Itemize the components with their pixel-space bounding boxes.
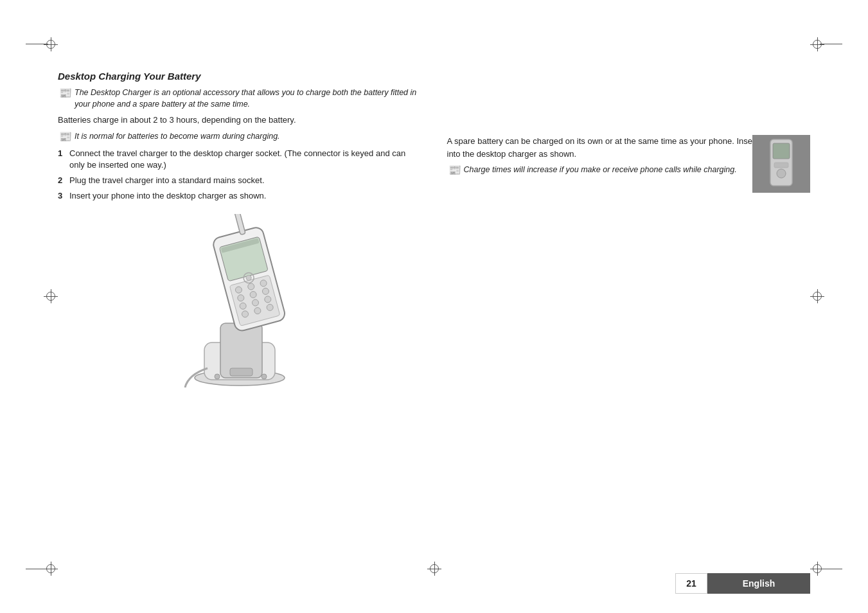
step-1-text: Connect the travel charger to the deskto… bbox=[69, 148, 421, 172]
note-1-icon: 📰 bbox=[59, 87, 72, 100]
step-2: 2 Plug the travel charger into a standar… bbox=[58, 175, 421, 187]
hrule-bot-left bbox=[26, 569, 48, 569]
reg-mark-mid-right bbox=[810, 289, 824, 303]
reg-mark-top-left bbox=[44, 37, 58, 51]
note-1: 📰 The Desktop Charger is an optional acc… bbox=[58, 87, 421, 110]
svg-rect-28 bbox=[774, 163, 788, 168]
hrule-top-right bbox=[820, 44, 842, 44]
step-3-num: 3 bbox=[58, 190, 69, 202]
step-3-text: Insert your phone into the desktop charg… bbox=[69, 190, 266, 202]
phone-image-area bbox=[58, 214, 421, 394]
note-2-text: It is normal for batteries to become war… bbox=[75, 130, 280, 142]
small-phone-svg bbox=[765, 138, 797, 190]
step-2-text: Plug the travel charger into a standard … bbox=[69, 175, 265, 187]
right-note-text: Charge times will increase if you make o… bbox=[464, 164, 737, 175]
reg-mark-top-right bbox=[810, 37, 824, 51]
hrule-top-left bbox=[26, 44, 48, 44]
page-number: 21 bbox=[675, 573, 707, 594]
small-phone-image bbox=[752, 135, 810, 193]
reg-mark-mid-left bbox=[44, 289, 58, 303]
svg-point-5 bbox=[261, 374, 267, 379]
step-3: 3 Insert your phone into the desktop cha… bbox=[58, 190, 421, 202]
step-1: 1 Connect the travel charger to the desk… bbox=[58, 148, 421, 172]
svg-point-4 bbox=[215, 374, 220, 379]
svg-rect-3 bbox=[230, 368, 252, 376]
hrule-bot-right bbox=[820, 569, 842, 569]
note-2: 📰 It is normal for batteries to become w… bbox=[58, 130, 421, 144]
note-2-icon: 📰 bbox=[59, 130, 72, 144]
section-title: Desktop Charging Your Battery bbox=[58, 71, 421, 82]
right-note-icon: 📰 bbox=[448, 164, 461, 177]
note-1-text: The Desktop Charger is an optional acces… bbox=[75, 87, 421, 110]
phone-cradle-illustration bbox=[169, 214, 310, 394]
right-column: A spare battery can be charged on its ow… bbox=[447, 71, 811, 394]
step-2-num: 2 bbox=[58, 175, 69, 187]
left-column: Desktop Charging Your Battery 📰 The Desk… bbox=[58, 71, 421, 394]
svg-rect-7 bbox=[234, 214, 245, 235]
svg-point-27 bbox=[777, 169, 786, 178]
page-content: Desktop Charging Your Battery 📰 The Desk… bbox=[58, 71, 810, 542]
footer-bar: 21 English bbox=[675, 573, 810, 594]
steps-list: 1 Connect the travel charger to the desk… bbox=[58, 148, 421, 202]
language-label: English bbox=[707, 573, 810, 594]
svg-rect-26 bbox=[773, 143, 790, 159]
body-text-1: Batteries charge in about 2 to 3 hours, … bbox=[58, 114, 421, 127]
step-1-num: 1 bbox=[58, 148, 69, 160]
reg-mark-bot-center bbox=[427, 562, 441, 576]
